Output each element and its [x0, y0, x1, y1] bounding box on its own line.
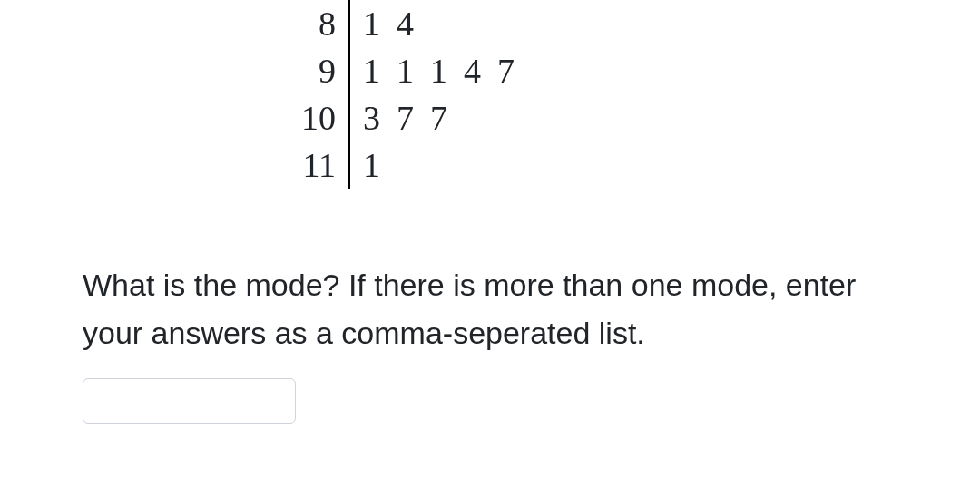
stemplot-row: 11 1	[296, 141, 897, 189]
leaf-cell: 1	[363, 4, 380, 44]
leaves-group: 3 7 7	[350, 94, 447, 141]
stem-cell: 9	[296, 47, 350, 94]
question-text: What is the mode? If there is more than …	[83, 261, 897, 356]
leaves-group: 1	[350, 141, 380, 189]
stem-cell: 8	[296, 0, 350, 47]
leaf-cell: 7	[497, 51, 514, 91]
leaf-cell: 4	[397, 4, 414, 44]
stem-cell: 11	[296, 141, 350, 189]
leaf-cell: 1	[363, 145, 380, 185]
leaf-cell: 1	[430, 51, 447, 91]
stemplot-row: 9 1 1 1 4 7	[296, 47, 897, 94]
leaves-group: 1 1 1 4 7	[350, 47, 514, 94]
leaf-cell: 7	[397, 98, 414, 138]
leaf-cell: 1	[363, 51, 380, 91]
leaf-cell: 7	[430, 98, 447, 138]
mode-answer-input[interactable]	[83, 378, 296, 424]
leaves-group: 1 4	[350, 0, 414, 47]
question-card: 8 1 4 9 1 1 1 4 7 10 3 7 7 11	[64, 0, 916, 478]
leaf-cell: 3	[363, 98, 380, 138]
leaf-cell: 1	[397, 51, 414, 91]
stemplot-row: 10 3 7 7	[296, 94, 897, 141]
leaf-cell: 4	[464, 51, 481, 91]
stemplot-row: 8 1 4	[296, 0, 897, 47]
stem-leaf-plot: 8 1 4 9 1 1 1 4 7 10 3 7 7 11	[296, 0, 897, 189]
stem-cell: 10	[296, 94, 350, 141]
